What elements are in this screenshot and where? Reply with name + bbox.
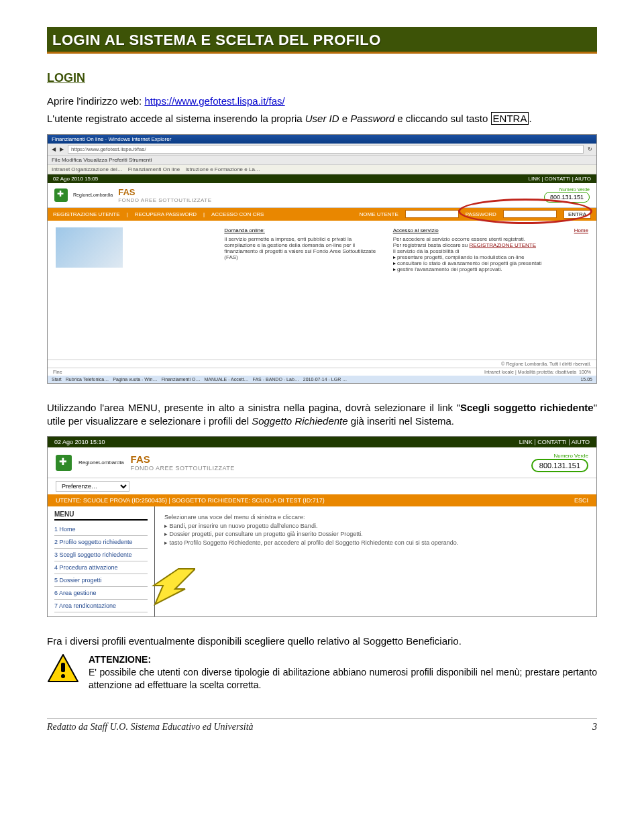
section-title-bar: LOGIN AL SISTEMA E SCELTA DEL PROFILO bbox=[47, 27, 597, 52]
footer-left: Redatto da Staff U.O. Sistema Educativo … bbox=[47, 722, 254, 732]
menu-profilo-soggetto[interactable]: 2 Profilo soggetto richiedente bbox=[54, 536, 148, 549]
section-title: LOGIN AL SISTEMA E SCELTA DEL PROFILO bbox=[52, 32, 592, 49]
windows-taskbar[interactable]: Start Rubrica Telefonica… Pagina vuota -… bbox=[48, 376, 596, 383]
fas-brand: FAS bbox=[131, 453, 235, 465]
warning-triangle-icon bbox=[47, 653, 79, 683]
fas-brand-sub: FONDO AREE SOTTOUTILIZZATE bbox=[118, 197, 539, 203]
home-link[interactable]: Home bbox=[574, 227, 588, 233]
login-bar: REGISTRAZIONE UTENTE | RECUPERA PASSWORD… bbox=[48, 208, 596, 221]
entra-box: ENTRA bbox=[491, 112, 529, 125]
link-recupera-pwd[interactable]: RECUPERA PASSWORD bbox=[135, 211, 197, 217]
subheading-login: LOGIN bbox=[47, 71, 597, 85]
task-item[interactable]: FAS - BANDO - Lab… bbox=[253, 377, 299, 382]
fas-brand-sub: FONDO AREE SOTTOUTILIZZATE bbox=[131, 465, 235, 472]
tab-item[interactable]: Finanziamenti On line bbox=[128, 166, 180, 172]
numero-verde-badge: 800.131.151 bbox=[544, 192, 590, 203]
refresh-icon[interactable]: ↻ bbox=[588, 146, 592, 152]
fas-dark-band2: 02 Ago 2010 15:10 LINK | CONTATTI | AIUT… bbox=[48, 437, 596, 447]
menu-home[interactable]: 1 Home bbox=[54, 523, 148, 536]
menu-area-rendicontazione[interactable]: 7 Area rendicontazione bbox=[54, 600, 148, 612]
promo-image bbox=[56, 227, 123, 268]
menu-scegli-soggetto[interactable]: 3 Scegli soggetto richiedente bbox=[54, 549, 148, 561]
prefs-row: Preferenze… bbox=[48, 478, 596, 494]
attention-block: ATTENZIONE: E' possibile che utenti con … bbox=[47, 653, 597, 692]
user-bar: UTENTE: SCUOLE PROVA (ID:2500435) | SOGG… bbox=[48, 494, 596, 506]
menu-area-gestione[interactable]: 6 Area gestione bbox=[54, 587, 148, 600]
screenshot-login: Finanziamenti On line - Windows Internet… bbox=[47, 134, 597, 384]
regione-label: RegioneLombardia bbox=[73, 193, 113, 197]
tab-item[interactable]: Istruzione e Formazione e La… bbox=[185, 166, 260, 172]
top-links[interactable]: LINK | CONTATTI | AIUTO bbox=[519, 439, 590, 445]
ie-menu-bar[interactable]: File Modifica Visualizza Preferiti Strum… bbox=[48, 156, 596, 165]
attention-body: E' possibile che utenti con diverse tipo… bbox=[89, 667, 597, 690]
regione-label: RegioneLombardia bbox=[78, 459, 124, 466]
svg-point-3 bbox=[61, 674, 65, 678]
menu-dossier-progetti[interactable]: 5 Dossier progetti bbox=[54, 574, 148, 587]
intro-line2: L'utente registrato accede al sistema in… bbox=[47, 112, 597, 125]
task-item[interactable]: 2010-07-14 - LGR … bbox=[303, 377, 347, 382]
ie-titlebar: Finanziamenti On line - Windows Internet… bbox=[48, 135, 596, 144]
task-item[interactable]: MANUALE - Accett… bbox=[204, 377, 248, 382]
password-input[interactable] bbox=[503, 210, 557, 218]
page-foot: © Regione Lombardia. Tutti i diritti ris… bbox=[48, 360, 596, 368]
fas-dark-band: 02 Ago 2010 15:05 LINK | CONTATTI | AIUT… bbox=[48, 174, 596, 183]
ie-status: FineIntranet locale | Modalità protetta:… bbox=[48, 368, 596, 376]
intro-url-link[interactable]: https://www.gefotest.lispa.it/fas/ bbox=[144, 95, 284, 107]
regione-logo-icon bbox=[56, 455, 72, 471]
link-registrazione[interactable]: REGISTRAZIONE UTENTE bbox=[53, 211, 120, 217]
clock: 15.05 bbox=[580, 377, 592, 382]
right-help-text: Selezionare una voce del menu di sinistr… bbox=[155, 506, 596, 616]
page-footer: Redatto da Staff U.O. Sistema Educativo … bbox=[0, 722, 644, 732]
entra-button[interactable]: ENTRA bbox=[564, 210, 591, 219]
para-menu: Utilizzando l'area MENU, presente in alt… bbox=[47, 401, 597, 429]
link-registrazione-inline[interactable]: REGISTRAZIONE UTENTE bbox=[469, 242, 536, 248]
nav-fwd-icon[interactable]: ▶ bbox=[60, 146, 64, 152]
nav-back-icon[interactable]: ◀ bbox=[52, 146, 56, 152]
esci-button[interactable]: ESCI bbox=[574, 497, 588, 504]
ie-tabs[interactable]: Intranet Organizzazione del… Finanziamen… bbox=[48, 165, 596, 174]
task-item[interactable]: Rubrica Telefonica… bbox=[66, 377, 109, 382]
tab-item[interactable]: Intranet Organizzazione del… bbox=[52, 166, 123, 172]
side-menu: MENU 1 Home 2 Profilo soggetto richieden… bbox=[48, 506, 155, 616]
prefs-select[interactable]: Preferenze… bbox=[56, 481, 129, 492]
attention-title: ATTENZIONE: bbox=[89, 654, 151, 665]
menu-procedura-attivazione[interactable]: 4 Procedura attivazione bbox=[54, 561, 148, 574]
fas-header: RegioneLombardia FAS FONDO AREE SOTTOUTI… bbox=[48, 183, 596, 208]
footer-pagenum: 3 bbox=[592, 722, 597, 732]
link-accesso-crs[interactable]: ACCESSO CON CRS bbox=[211, 211, 264, 217]
intro-line1: Aprire l'indirizzo web: https://www.gefo… bbox=[47, 95, 597, 108]
regione-logo-icon bbox=[54, 188, 68, 202]
user-input[interactable] bbox=[405, 210, 459, 218]
screenshot-menu: 02 Ago 2010 15:10 LINK | CONTATTI | AIUT… bbox=[47, 436, 597, 617]
numero-verde-badge: 800.131.151 bbox=[531, 459, 588, 472]
footer-rule bbox=[47, 718, 597, 719]
fas-header2: RegioneLombardia FAS FONDO AREE SOTTOUTI… bbox=[48, 447, 596, 478]
task-item[interactable]: Pagina vuota - Win… bbox=[113, 377, 157, 382]
section-rule bbox=[47, 52, 597, 54]
top-links[interactable]: LINK | CONTATTI | AIUTO bbox=[529, 176, 592, 182]
task-item[interactable]: Finanziamenti O… bbox=[161, 377, 200, 382]
svg-rect-2 bbox=[61, 663, 65, 672]
fas-brand: FAS bbox=[118, 187, 539, 197]
start-button[interactable]: Start bbox=[52, 377, 62, 382]
address-field[interactable]: https://www.gefotest.lispa.it/fas/ bbox=[68, 145, 584, 154]
para-choose-profile: Fra i diversi profili eventualmente disp… bbox=[47, 635, 597, 648]
ie-address-bar: ◀ ▶ https://www.gefotest.lispa.it/fas/ ↻ bbox=[48, 144, 596, 156]
fas-content: Domanda online: Il servizio permette a i… bbox=[48, 221, 596, 279]
